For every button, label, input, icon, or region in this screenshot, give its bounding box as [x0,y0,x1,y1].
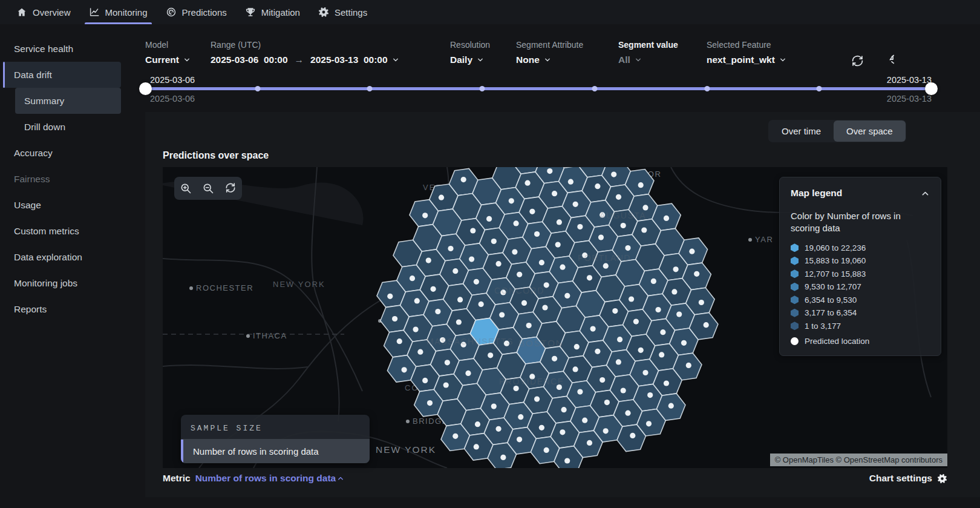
predicted-location-dot [603,263,609,269]
slider-tick [817,86,822,91]
predicted-location-dot [582,418,587,423]
top-nav: OverviewMonitoringPredictionsMitigationS… [0,0,980,24]
map-legend-subtitle: Color by Number of rows in scoring data [791,210,930,235]
predicted-location-dot [392,316,397,322]
nav-item-mitigation[interactable]: Mitigation [236,0,309,24]
nav-item-overview[interactable]: Overview [7,0,80,24]
predicted-location-dot [514,386,519,391]
zoom-out-icon[interactable] [202,182,214,194]
predicted-location-dot [577,389,583,395]
metric-selector[interactable]: Number of rows in scoring data [195,473,345,484]
map-container: VERMONTBANGORYARROCHESTERNEW YORKITHACAA… [163,167,947,468]
nav-item-label: Settings [335,7,367,18]
predicted-location-dot [673,266,679,272]
nav-item-monitoring[interactable]: Monitoring [80,0,157,24]
selected-feature-dropdown[interactable]: next_point_wkt [707,54,786,65]
legend-bin-row: 1 to 3,177 [791,320,930,333]
predicted-location-dot [457,297,463,302]
sidebar-item-custom-metrics[interactable]: Custom metrics [3,218,121,244]
sidebar-item-drill-down[interactable]: Drill down [15,114,121,140]
sidebar-item-service-health[interactable]: Service health [3,36,121,62]
sidebar-item-data-exploration[interactable]: Data exploration [3,244,121,270]
predicted-location-dot [539,425,544,430]
predicted-location-dot [561,407,567,412]
chevron-up-icon[interactable] [921,189,930,198]
predicted-location-dot [474,444,479,449]
tab-over-space[interactable]: Over space [834,120,906,142]
predicted-location-dot [529,209,535,214]
predicted-location-dot [656,307,661,312]
segment-attribute-value: None [516,54,540,65]
predicted-location-dot [422,378,428,383]
nav-item-predictions[interactable]: Predictions [157,0,236,24]
sidebar-item-fairness[interactable]: Fairness [3,166,121,192]
refresh-button[interactable] [851,54,866,69]
hexagon-swatch [791,283,799,291]
selected-feature-filter: Selected Feature next_point_wkt [707,40,786,65]
segment-attribute-dropdown[interactable]: None [516,54,583,65]
predicted-location-dot [514,220,519,226]
predicted-location-dot [587,275,592,280]
segment-attribute-label: Segment Attribute [516,40,583,50]
nav-item-label: Monitoring [105,7,148,18]
predicted-location-swatch [791,337,799,345]
sidebar-item-usage[interactable]: Usage [3,192,121,218]
legend-bin-row: 9,530 to 12,707 [791,280,930,294]
predicted-location-dot [557,219,562,225]
predicted-location-dot [445,360,450,365]
predicted-location-dot [616,359,621,365]
predicted-location-dot [397,338,402,344]
chart-settings-button[interactable]: Chart settings [869,473,947,484]
predicted-location-dot [564,458,570,463]
slider-track[interactable] [145,87,932,90]
nav-item-settings[interactable]: Settings [309,0,376,24]
predicted-location-dot [534,397,540,402]
slider-handle-end[interactable] [925,82,938,95]
sample-size-option-selected[interactable]: Number of rows in scoring data [181,440,370,463]
sidebar-item-data-drift[interactable]: Data drift [3,62,121,88]
resolution-filter: Resolution Daily [450,40,490,65]
predicted-location-dot [456,319,462,325]
sidebar-item-monitoring-jobs[interactable]: Monitoring jobs [3,270,121,296]
sample-size-title: SAMPLE SIZE [181,415,370,439]
predicted-location-dot [544,282,549,288]
range-start: 2025-03-06 00:00 [211,54,288,65]
predicted-location-dot [402,367,407,372]
undo-button[interactable] [881,54,896,69]
chevron-up-icon [337,475,344,482]
chevron-down-icon [635,56,642,64]
tab-over-time[interactable]: Over time [769,120,834,142]
slider-handle-start[interactable] [139,82,152,95]
predicted-location-dot [689,249,694,254]
chart-footer: Metric Number of rows in scoring data Ch… [163,473,947,484]
resolution-dropdown[interactable]: Daily [450,54,490,65]
range-dropdown[interactable]: 2025-03-06 00:00 → 2025-03-13 00:00 [211,54,399,65]
selected-feature-label: Selected Feature [707,40,786,50]
predicted-location-dot [387,294,393,299]
predicted-location-dot [491,404,497,409]
legend-bin-label: 1 to 3,177 [805,322,841,331]
predicted-location-dot [564,293,570,299]
gear-icon [937,473,947,484]
predicted-location-dot [469,257,474,262]
predicted-location-dot [431,286,436,292]
segment-value-dropdown[interactable]: All [618,54,678,65]
sidebar-item-reports[interactable]: Reports [3,296,121,322]
map-label-boston: BOSTON [518,338,563,349]
sidebar-item-summary[interactable]: Summary [15,88,121,114]
chart-settings-label: Chart settings [869,473,932,484]
predicted-location-dot [500,455,506,460]
predicted-location-label: Predicted location [805,337,869,346]
hexagon-swatch [791,269,799,278]
predicted-location-dot [439,195,444,200]
hexagon-swatch [791,295,799,304]
predicted-location-dot [625,245,630,251]
zoom-reset-icon[interactable] [224,182,237,194]
zoom-in-icon[interactable] [180,182,192,194]
sidebar-item-accuracy[interactable]: Accuracy [3,140,121,166]
predicted-location-dot [443,382,449,388]
predicted-location-dot [452,434,458,439]
map-attribution: © OpenMapTiles © OpenStreetMap contribut… [770,454,947,466]
legend-bin-label: 19,060 to 22,236 [805,243,866,252]
model-dropdown[interactable]: Current [145,54,191,65]
